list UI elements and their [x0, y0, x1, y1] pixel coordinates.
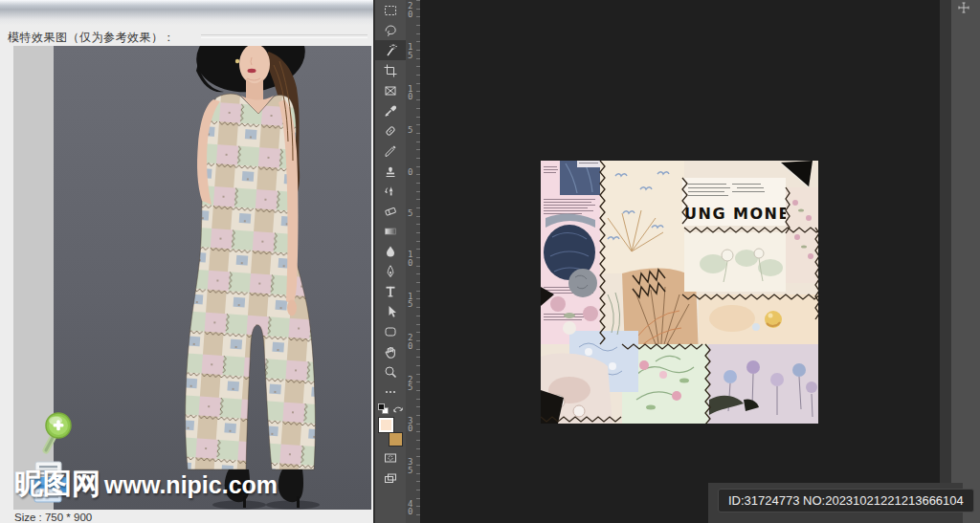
crop-tool[interactable] — [375, 60, 406, 80]
pattern-text: UNG MONEY — [684, 205, 803, 223]
screen-mode-icon — [383, 471, 398, 487]
rectangular-marquee-tool[interactable] — [375, 0, 406, 20]
ruler-label: 5 — [408, 209, 417, 251]
ruler-label: 10 — [408, 251, 417, 292]
eraser-tool[interactable] — [375, 201, 406, 221]
rectangular-marquee-icon — [383, 3, 398, 18]
spot-healing-brush-tool[interactable] — [375, 120, 406, 141]
type-tool[interactable] — [375, 281, 406, 301]
left-panel: 模特效果图（仅为参考效果）： — [0, 0, 373, 523]
titlebar — [0, 0, 373, 25]
path-selection-tool[interactable] — [375, 301, 406, 321]
ellipsis-icon — [383, 384, 398, 400]
ruler-label: 40 — [408, 500, 417, 523]
type-icon — [383, 284, 398, 299]
foreground-color-swatch[interactable] — [378, 417, 394, 433]
brush-tool[interactable] — [375, 141, 406, 161]
magic-wand-icon — [383, 43, 398, 58]
status-bar: ID:31724773 NO:20231021221213666104 — [708, 483, 963, 523]
screen: 模特效果图（仅为参考效果）： — [0, 0, 980, 523]
default-colors-icon[interactable] — [377, 403, 390, 415]
color-swatches — [378, 417, 403, 447]
clone-stamp-icon — [383, 163, 398, 179]
right-dock — [940, 0, 980, 523]
slice-tool[interactable] — [375, 80, 406, 100]
ruler-label: 15 — [408, 293, 417, 334]
photo-preview[interactable]: 昵图网www.nipic.com — [13, 46, 371, 510]
zoom-tool[interactable] — [375, 361, 406, 381]
zoom-icon — [383, 364, 398, 380]
screen-mode-button[interactable] — [375, 469, 406, 489]
ruler-labels: 20 15 10 5 0 5 10 15 20 25 30 35 40 — [408, 2, 417, 523]
ruler-label: 20 — [408, 2, 417, 43]
gradient-icon — [383, 224, 398, 239]
watermark-text: 昵图网www.nipic.com — [14, 465, 278, 504]
vertical-ruler: 20 15 10 5 0 5 10 15 20 25 30 35 40 — [406, 0, 421, 523]
eyedropper-tool[interactable] — [375, 100, 406, 120]
spot-healing-brush-icon — [383, 123, 398, 139]
quick-mask-button[interactable] — [375, 448, 406, 468]
heading-rule — [201, 34, 368, 38]
watermark-site-name: 昵图网 — [14, 468, 100, 499]
hand-icon — [383, 344, 398, 360]
ruler-label: 15 — [408, 43, 417, 84]
crop-icon — [383, 63, 398, 78]
swap-colors-icon[interactable] — [391, 403, 405, 415]
brush-icon — [383, 143, 398, 159]
ps-canvas[interactable]: UNG MONEY — [421, 0, 940, 523]
clone-stamp-tool[interactable] — [375, 161, 406, 181]
dock-collapse-icon[interactable] — [958, 2, 969, 13]
pattern-document[interactable]: UNG MONEY — [541, 161, 818, 424]
quick-mask-icon — [383, 450, 398, 466]
rounded-rectangle-tool[interactable] — [375, 321, 406, 341]
blur-icon — [383, 244, 398, 259]
history-brush-tool[interactable] — [375, 181, 406, 201]
image-id-label: ID:31724773 NO:20231021221213666104 — [718, 489, 974, 512]
lasso-tool[interactable] — [375, 20, 406, 40]
ps-toolbar — [373, 0, 406, 523]
page-heading: 模特效果图（仅为参考效果）： — [8, 30, 175, 46]
dock-divider-strip — [940, 0, 951, 523]
magic-wand-tool[interactable] — [375, 40, 406, 60]
blur-tool[interactable] — [375, 241, 406, 261]
ruler-label: 20 — [408, 334, 417, 375]
ruler-label: 5 — [408, 126, 417, 167]
watermark-site-url: www.nipic.com — [104, 471, 278, 498]
ruler-label: 10 — [408, 85, 417, 126]
edit-toolbar-button[interactable] — [375, 381, 406, 402]
history-brush-icon — [383, 184, 398, 199]
lasso-icon — [383, 23, 398, 38]
background-color-swatch[interactable] — [389, 432, 403, 447]
eyedropper-icon — [383, 103, 398, 119]
rounded-rectangle-icon — [383, 324, 398, 339]
size-label: Size : 750 * 900 — [14, 512, 92, 523]
watermark: 昵图网www.nipic.com — [13, 456, 371, 510]
ruler-label: 35 — [408, 458, 417, 499]
ruler-label: 30 — [408, 417, 417, 458]
ruler-label: 0 — [408, 168, 417, 209]
slice-icon — [383, 83, 398, 98]
zoom-in-icon[interactable] — [40, 411, 78, 459]
eraser-icon — [383, 204, 398, 219]
gradient-tool[interactable] — [375, 221, 406, 241]
pen-icon — [383, 264, 398, 279]
pen-tool[interactable] — [375, 261, 406, 281]
path-selection-icon — [383, 304, 398, 319]
ruler-label: 25 — [408, 376, 417, 417]
hand-tool[interactable] — [375, 341, 406, 361]
